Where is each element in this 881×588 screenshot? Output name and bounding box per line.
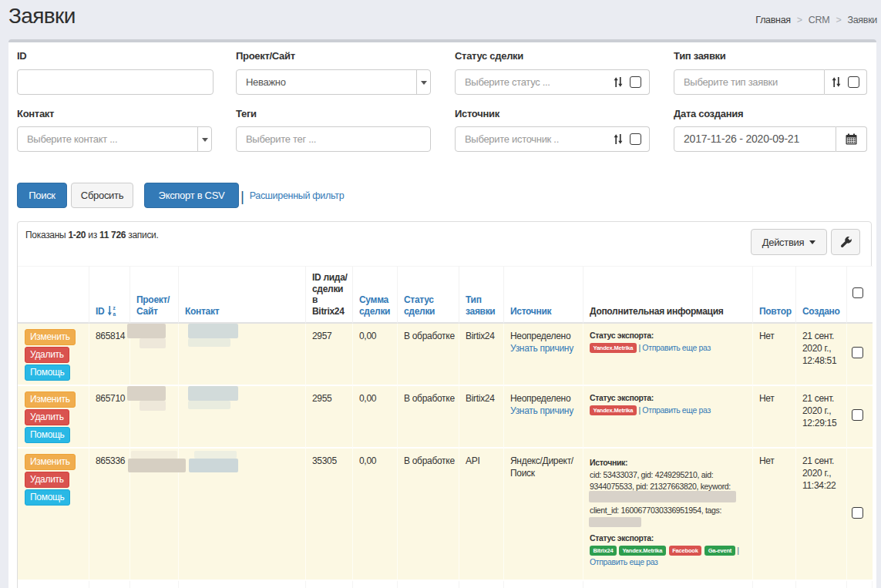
svg-text:z: z — [113, 305, 116, 311]
svg-text:a: a — [113, 311, 116, 316]
